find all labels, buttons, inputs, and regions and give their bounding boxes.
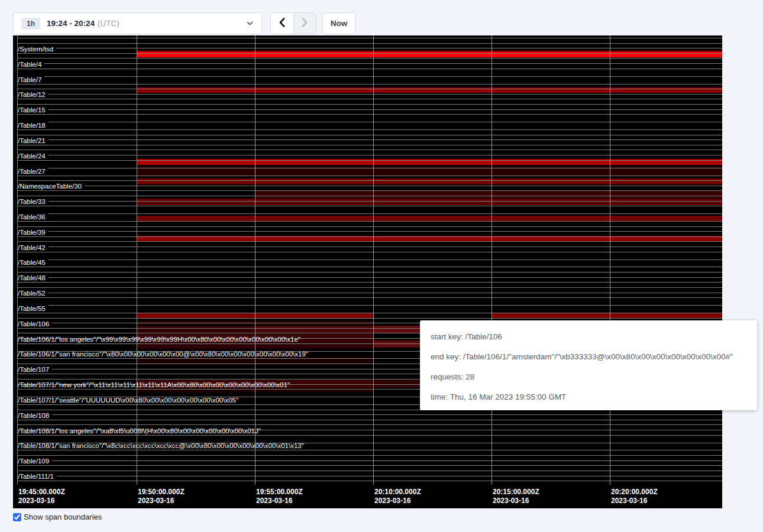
span-boundary-line <box>17 206 722 206</box>
time-axis-time: 20:10:00.000Z <box>374 488 421 497</box>
span-boundary-line <box>17 38 722 38</box>
now-button[interactable]: Now <box>322 12 355 34</box>
time-axis-label: 20:20:00.000Z2023-03-16 <box>611 488 658 505</box>
time-axis-label: 19:50:00.000Z2023-03-16 <box>138 488 185 505</box>
span-label: /Table/36 <box>18 213 49 221</box>
span-boundary-line <box>17 196 722 196</box>
span-boundary-line <box>17 140 722 140</box>
span-label: /Table/107/1/"new york"/"\x11\x11\x11\x1… <box>18 381 290 389</box>
time-axis-date: 2023-03-16 <box>611 497 658 505</box>
chevron-left-icon <box>279 18 285 30</box>
time-axis-label: 19:45:00.000Z2023-03-16 <box>18 488 65 505</box>
span-boundary-line <box>17 99 722 99</box>
tooltip-time: time: Thu, 16 Mar 2023 19:55:00 GMT <box>431 387 757 407</box>
tooltip-requests: requests: 28 <box>431 367 757 387</box>
span-boundary-line <box>17 114 722 115</box>
span-label: /NamespaceTable/30 <box>18 182 85 190</box>
time-gridline <box>610 35 610 485</box>
span-label: /Table/7 <box>18 76 44 84</box>
chevron-right-icon <box>302 18 308 30</box>
prev-interval-button[interactable] <box>271 13 294 34</box>
span-label: /Table/108/1/"los angeles"/"\xa8\xf5\u00… <box>18 427 261 435</box>
time-gridline <box>137 35 137 485</box>
span-boundary-line <box>17 155 722 155</box>
span-boundary-line <box>17 48 722 48</box>
span-boundary-line <box>17 122 722 122</box>
span-label: /Table/107 <box>18 365 52 374</box>
show-span-boundaries-checkbox[interactable] <box>13 513 21 521</box>
span-boundary-line <box>17 176 722 176</box>
show-span-boundaries-label[interactable]: Show span boundaries <box>24 512 102 521</box>
time-axis-label: 20:10:00.000Z2023-03-16 <box>374 488 421 505</box>
span-label: /Table/109 <box>18 457 52 465</box>
span-boundary-line <box>17 246 722 247</box>
next-interval-button[interactable] <box>294 13 316 34</box>
hot-band[interactable] <box>255 326 373 333</box>
hot-band[interactable] <box>137 216 722 221</box>
hot-band[interactable] <box>137 326 255 333</box>
span-boundary-line <box>17 160 722 161</box>
span-boundary-line <box>17 481 722 481</box>
time-range-zone: (UTC) <box>98 19 119 28</box>
span-boundary-line <box>17 297 722 298</box>
span-label: /Table/48 <box>18 274 49 282</box>
span-boundary-line <box>17 58 722 59</box>
span-label: /Table/111/1 <box>18 472 57 481</box>
span-boundary-line <box>17 272 722 273</box>
span-boundary-line <box>17 190 722 191</box>
span-label: /Table/12 <box>18 90 49 99</box>
span-boundary-line <box>17 471 722 471</box>
time-axis-date: 2023-03-16 <box>374 497 421 505</box>
time-range-badge: 1h <box>21 18 40 30</box>
hover-tooltip: start key: /Table/106 end key: /Table/10… <box>420 320 757 410</box>
time-gridline <box>255 35 256 485</box>
span-boundary-line <box>17 213 722 214</box>
span-label: /Table/24 <box>18 152 49 160</box>
tooltip-start-key: start key: /Table/106 <box>431 327 757 347</box>
time-range-selector[interactable]: 1h 19:24 - 20:24 (UTC) <box>13 12 262 34</box>
span-label: /Table/4 <box>18 60 44 69</box>
span-boundary-line <box>17 145 722 145</box>
time-axis-time: 20:15:00.000Z <box>493 488 539 497</box>
time-gridline <box>373 35 374 485</box>
span-label: /Table/106/1/"san francisco"/"\x80\x00\x… <box>18 350 308 358</box>
hot-band[interactable] <box>137 199 722 205</box>
span-boundary-line <box>17 305 722 306</box>
span-boundary-line <box>17 465 722 466</box>
span-boundaries-toggle-row: Show span boundaries <box>13 512 102 521</box>
chevron-down-icon <box>247 21 253 25</box>
span-boundary-line <box>17 150 722 150</box>
span-boundary-line <box>17 420 722 420</box>
span-boundary-line <box>17 277 722 278</box>
span-boundary-line <box>17 476 722 476</box>
span-boundary-line <box>17 53 722 54</box>
span-label: /Table/33 <box>18 197 49 206</box>
time-axis-date: 2023-03-16 <box>493 497 539 505</box>
span-boundary-line <box>17 109 722 110</box>
tooltip-end-key: end key: /Table/106/1/"amsterdam"/"\xb33… <box>431 347 757 367</box>
span-boundary-line <box>17 318 722 319</box>
hot-band[interactable] <box>255 190 722 198</box>
span-boundary-line <box>17 104 722 105</box>
time-axis-label: 20:15:00.000Z2023-03-16 <box>493 488 539 505</box>
span-boundary-line <box>17 84 722 85</box>
span-label: /Table/107/1/"seattle"/"UUUUUUD\x00\x80\… <box>18 396 238 404</box>
span-label: /Table/52 <box>18 289 49 297</box>
span-boundary-line <box>17 226 722 227</box>
span-boundary-line <box>17 43 722 44</box>
time-axis-time: 19:45:00.000Z <box>18 488 65 497</box>
span-boundary-line <box>17 424 722 425</box>
span-boundary-line <box>17 201 722 202</box>
time-range-text: 19:24 - 20:24 <box>47 19 95 28</box>
span-boundary-line <box>17 252 722 252</box>
time-axis-date: 2023-03-16 <box>138 497 185 505</box>
hot-band[interactable] <box>137 179 722 184</box>
time-axis-label: 19:55:00.000Z2023-03-16 <box>256 488 303 505</box>
span-boundary-line <box>17 313 722 313</box>
span-boundary-line <box>17 450 722 450</box>
span-boundary-line <box>17 180 722 181</box>
key-visualizer-canvas[interactable]: /System/tsd/Table/4/Table/7/Table/12/Tab… <box>13 35 722 508</box>
span-label: /Table/42 <box>18 244 49 252</box>
span-label: /Table/108 <box>18 411 52 420</box>
span-boundary-line <box>17 259 722 260</box>
